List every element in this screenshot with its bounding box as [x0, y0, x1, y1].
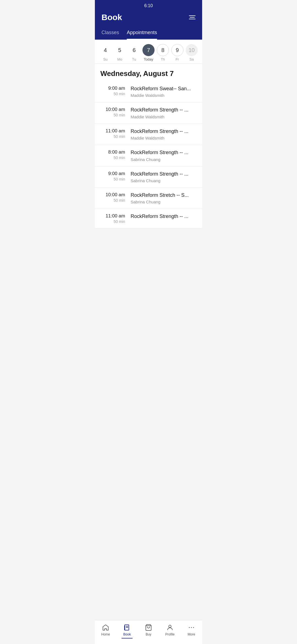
- calendar-day-10[interactable]: 10 Sa: [186, 44, 198, 61]
- time-value-4: 9:00 am: [100, 171, 125, 176]
- day-number-4: 4: [99, 44, 111, 56]
- instructor-0: Maddie Waldsmith: [131, 93, 197, 98]
- duration-value-3: 50 min: [100, 155, 125, 160]
- duration-value-0: 50 min: [100, 92, 125, 96]
- schedule-item-1[interactable]: 10:00 am 50 min RockReform Strength -- .…: [95, 102, 202, 124]
- schedule-details-1: RockReform Strength -- ... Maddie Waldsm…: [131, 107, 197, 119]
- duration-value-4: 50 min: [100, 177, 125, 181]
- tab-appointments[interactable]: Appointments: [127, 26, 157, 40]
- schedule-details-3: RockReform Strength -- ... Sabrina Chuan…: [131, 149, 197, 162]
- filter-line-1: [189, 15, 196, 16]
- status-bar: 6:10: [101, 0, 196, 9]
- time-value-1: 10:00 am: [100, 107, 125, 112]
- day-label-8: Th: [161, 57, 165, 61]
- day-label-4: Su: [103, 57, 108, 61]
- class-name-1: RockReform Strength -- ...: [131, 107, 197, 113]
- class-name-4: RockReform Strength -- ...: [131, 171, 197, 177]
- day-number-5: 5: [114, 44, 126, 56]
- schedule-item-2[interactable]: 11:00 am 50 min RockReform Strength -- .…: [95, 124, 202, 145]
- day-number-8: 8: [157, 44, 169, 56]
- schedule-time-0: 9:00 am 50 min: [100, 86, 131, 96]
- schedule-time-1: 10:00 am 50 min: [100, 107, 131, 117]
- day-number-10: 10: [186, 44, 198, 56]
- time-value-2: 11:00 am: [100, 128, 125, 134]
- day-number-7: 7: [142, 44, 155, 56]
- day-label-5: Mo: [117, 57, 122, 61]
- day-label-today: Today: [144, 57, 153, 61]
- class-name-2: RockReform Strength -- ...: [131, 128, 197, 135]
- calendar-day-4[interactable]: 4 Su: [99, 44, 111, 61]
- schedule-item-5[interactable]: 10:00 am 50 min RockReform Stretch -- S.…: [95, 188, 202, 209]
- header: 6:10 Book Classes Appointments: [95, 0, 202, 40]
- filter-line-2: [190, 17, 195, 18]
- tab-bar: Classes Appointments: [101, 26, 196, 40]
- instructor-3: Sabrina Chuang: [131, 157, 197, 162]
- class-name-3: RockReform Strength -- ...: [131, 149, 197, 156]
- calendar-strip: 4 Su 5 Mo 6 Tu 7 Today 8 Th 9 Fr 10 Sa: [95, 40, 202, 64]
- schedule-time-5: 10:00 am 50 min: [100, 192, 131, 203]
- calendar-day-9[interactable]: 9 Fr: [171, 44, 183, 61]
- date-heading: Wednesday, August 7: [95, 64, 202, 81]
- day-number-9: 9: [171, 44, 183, 56]
- duration-value-1: 50 min: [100, 113, 125, 117]
- header-row: Book: [101, 9, 196, 26]
- schedule-details-2: RockReform Strength -- ... Maddie Waldsm…: [131, 128, 197, 140]
- class-name-0: RockReform Sweat-- San...: [131, 86, 197, 92]
- duration-value-6: 50 min: [100, 219, 125, 224]
- class-name-6: RockReform Strength -- ...: [131, 213, 197, 220]
- duration-value-2: 50 min: [100, 134, 125, 139]
- schedule-list: 9:00 am 50 min RockReform Sweat-- San...…: [95, 81, 202, 228]
- calendar-day-5[interactable]: 5 Mo: [114, 44, 126, 61]
- schedule-item-6[interactable]: 11:00 am 50 min RockReform Strength -- .…: [95, 209, 202, 228]
- time-value-5: 10:00 am: [100, 192, 125, 198]
- instructor-1: Maddie Waldsmith: [131, 114, 197, 119]
- filter-button[interactable]: [189, 15, 196, 19]
- tab-classes[interactable]: Classes: [101, 26, 119, 40]
- schedule-time-2: 11:00 am 50 min: [100, 128, 131, 139]
- day-number-6: 6: [128, 44, 140, 56]
- schedule-time-3: 8:00 am 50 min: [100, 149, 131, 160]
- status-time: 6:10: [144, 3, 153, 8]
- day-label-10: Sa: [189, 57, 194, 61]
- schedule-details-5: RockReform Stretch -- S... Sabrina Chuan…: [131, 192, 197, 204]
- calendar-day-6[interactable]: 6 Tu: [128, 44, 140, 61]
- schedule-details-4: RockReform Strength -- ... Sabrina Chuan…: [131, 171, 197, 183]
- calendar-day-7[interactable]: 7 Today: [142, 44, 155, 61]
- schedule-details-0: RockReform Sweat-- San... Maddie Waldsmi…: [131, 86, 197, 98]
- instructor-2: Maddie Waldsmith: [131, 136, 197, 140]
- schedule-time-4: 9:00 am 50 min: [100, 171, 131, 181]
- schedule-item-3[interactable]: 8:00 am 50 min RockReform Strength -- ..…: [95, 145, 202, 166]
- calendar-day-8[interactable]: 8 Th: [157, 44, 169, 61]
- time-value-3: 8:00 am: [100, 149, 125, 155]
- day-label-6: Tu: [132, 57, 136, 61]
- time-value-6: 11:00 am: [100, 213, 125, 219]
- duration-value-5: 50 min: [100, 198, 125, 203]
- day-label-9: Fr: [175, 57, 179, 61]
- instructor-5: Sabrina Chuang: [131, 200, 197, 204]
- time-value-0: 9:00 am: [100, 86, 125, 91]
- schedule-item-4[interactable]: 9:00 am 50 min RockReform Strength -- ..…: [95, 167, 202, 188]
- page-title: Book: [101, 13, 122, 22]
- schedule-details-6: RockReform Strength -- ...: [131, 213, 197, 221]
- filter-line-3: [189, 19, 196, 19]
- schedule-item-0[interactable]: 9:00 am 50 min RockReform Sweat-- San...…: [95, 81, 202, 102]
- schedule-time-6: 11:00 am 50 min: [100, 213, 131, 224]
- instructor-4: Sabrina Chuang: [131, 178, 197, 183]
- class-name-5: RockReform Stretch -- S...: [131, 192, 197, 198]
